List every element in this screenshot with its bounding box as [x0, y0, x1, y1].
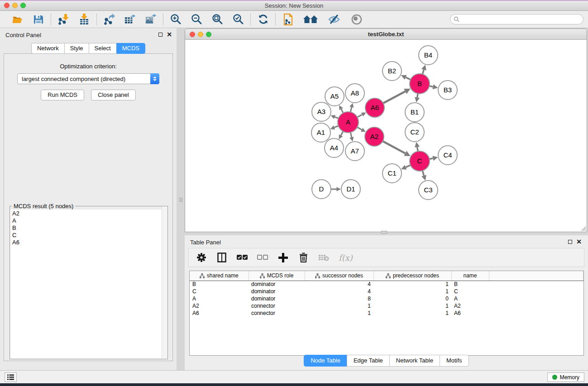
table-cell[interactable]: C	[190, 288, 249, 295]
tab-motifs[interactable]: Motifs	[440, 355, 469, 367]
graph-node-A3[interactable]: A3	[312, 102, 331, 121]
table-row[interactable]: Bdominator41B	[190, 281, 583, 288]
deselect-all-icon[interactable]	[257, 252, 268, 263]
graph-node-C2[interactable]: C2	[405, 123, 424, 142]
graph-node-B1[interactable]: B1	[405, 103, 424, 122]
table-row[interactable]: Cdominator41C	[190, 288, 583, 295]
table-cell[interactable]: connector	[249, 310, 305, 317]
horizontal-splitter-handle[interactable]	[381, 231, 387, 234]
graph-node-C3[interactable]: C3	[419, 181, 438, 200]
columns-icon[interactable]	[216, 252, 227, 263]
graph-node-B2[interactable]: B2	[382, 62, 402, 81]
graph-edge-B-B3[interactable]	[429, 84, 438, 89]
column-header-name[interactable]: name	[451, 271, 489, 281]
graph-node-A7[interactable]: A7	[345, 142, 364, 161]
graph-node-B3[interactable]: B3	[438, 81, 457, 100]
vertical-splitter-handle[interactable]	[179, 198, 182, 202]
table-cell[interactable]: A2	[190, 302, 249, 310]
zoom-fit-icon[interactable]	[211, 14, 223, 25]
tab-select[interactable]: Select	[89, 43, 116, 54]
table-cell[interactable]: A6	[451, 310, 489, 317]
graph-edge-C-C3[interactable]	[421, 171, 426, 181]
graph-edge-A-A1[interactable]	[330, 125, 339, 129]
task-history-button[interactable]	[5, 372, 17, 382]
search-input[interactable]	[462, 15, 583, 24]
function-builder-icon[interactable]: f(x)	[339, 253, 353, 262]
graph-edge-A-A3[interactable]	[330, 115, 338, 119]
table-cell[interactable]: B	[451, 281, 489, 288]
graph-edge-A2-C[interactable]	[382, 141, 410, 156]
column-header-predecessor-nodes[interactable]: predecessor nodes	[373, 271, 451, 281]
export-network-icon[interactable]	[103, 14, 115, 25]
table-cell[interactable]: 1	[373, 281, 451, 288]
graph-node-D[interactable]: D	[312, 180, 331, 199]
zoom-in-icon[interactable]	[170, 14, 182, 25]
network-canvas[interactable]: B4B2BB3A5A8A6B1A3AC2A1A2A4A7C4CC1C3DD1	[185, 40, 587, 232]
graph-node-A4[interactable]: A4	[325, 138, 344, 157]
graph-edge-A-A6[interactable]	[357, 112, 366, 117]
clipboard-network-icon[interactable]	[282, 14, 294, 25]
delete-table-icon[interactable]	[318, 252, 329, 263]
graph-node-D1[interactable]: D1	[341, 180, 360, 199]
table-cell[interactable]: B	[190, 281, 249, 288]
close-panel-button[interactable]: Close panel	[91, 90, 136, 100]
table-row[interactable]: A2connector11A2	[190, 302, 583, 310]
graph-edge-C-C1[interactable]	[401, 165, 411, 169]
table-cell[interactable]: dominator	[249, 281, 305, 288]
table-cell[interactable]: A2	[451, 302, 489, 310]
run-mcds-button[interactable]: Run MCDS	[41, 90, 84, 100]
table-row[interactable]: Adominator80A	[190, 295, 583, 302]
graph-edge-C-C2[interactable]	[415, 142, 420, 152]
graph-node-B4[interactable]: B4	[419, 46, 438, 65]
delete-column-icon[interactable]	[298, 252, 309, 263]
graph-edge-B-B2[interactable]	[401, 75, 411, 80]
table-cell[interactable]: dominator	[249, 288, 305, 295]
graph-edge-C-C4[interactable]	[430, 156, 438, 161]
table-cell[interactable]: 1	[305, 302, 373, 310]
result-list-item[interactable]: A2	[10, 210, 167, 217]
import-table-icon[interactable]	[78, 14, 90, 25]
column-header-MCDS-role[interactable]: MCDS role	[249, 271, 305, 281]
home-icon[interactable]	[303, 14, 318, 25]
table-cell[interactable]: 1	[373, 302, 451, 310]
memory-button[interactable]: Memory	[547, 372, 584, 382]
close-panel-icon[interactable]: ✕	[167, 32, 172, 37]
tab-mcds[interactable]: MCDS	[116, 43, 145, 54]
table-cell[interactable]: C	[451, 288, 489, 295]
result-list-item[interactable]: C	[10, 231, 167, 238]
save-session-icon[interactable]	[33, 14, 44, 25]
add-column-icon[interactable]	[277, 252, 288, 263]
zoom-out-icon[interactable]	[191, 14, 202, 25]
search-box[interactable]	[450, 14, 583, 24]
gear-icon[interactable]	[196, 252, 207, 263]
float-panel-icon[interactable]	[158, 33, 163, 37]
graph-edge-B-B4[interactable]	[421, 65, 426, 74]
graph-node-C1[interactable]: C1	[382, 164, 402, 183]
graph-node-C[interactable]: C	[410, 151, 430, 171]
column-header-shared-name[interactable]: shared name	[190, 271, 249, 281]
graph-edge-B-B1[interactable]	[415, 94, 420, 103]
close-table-panel-icon[interactable]: ✕	[576, 239, 582, 244]
graph-edge-A6-B[interactable]	[383, 89, 411, 103]
resize-grip-icon[interactable]	[580, 225, 586, 231]
result-list-scrollbar[interactable]	[162, 206, 167, 359]
result-list-item[interactable]: A6	[10, 238, 167, 246]
export-image-icon[interactable]	[145, 14, 157, 25]
tab-style[interactable]: Style	[64, 43, 89, 54]
table-cell[interactable]: A6	[190, 310, 249, 317]
table-cell[interactable]: dominator	[249, 295, 305, 302]
graph-edge-A-A4[interactable]	[339, 131, 344, 139]
table-cell[interactable]: 1	[373, 288, 451, 295]
criterion-select[interactable]: largest connected component (directed)	[17, 73, 159, 84]
graph-edge-A-A2[interactable]	[357, 127, 366, 132]
zoom-selected-icon[interactable]	[232, 14, 244, 25]
graph-node-C4[interactable]: C4	[438, 146, 457, 165]
tab-node-table[interactable]: Node Table	[304, 355, 347, 367]
graph-edge-A-A7[interactable]	[349, 132, 354, 141]
graph-node-A2[interactable]: A2	[365, 127, 384, 146]
table-cell[interactable]: 1	[305, 310, 373, 317]
select-all-icon[interactable]	[237, 252, 248, 263]
table-cell[interactable]: A	[451, 295, 489, 302]
graph-node-A6[interactable]: A6	[365, 98, 384, 117]
tab-network-table[interactable]: Network Table	[389, 355, 440, 367]
